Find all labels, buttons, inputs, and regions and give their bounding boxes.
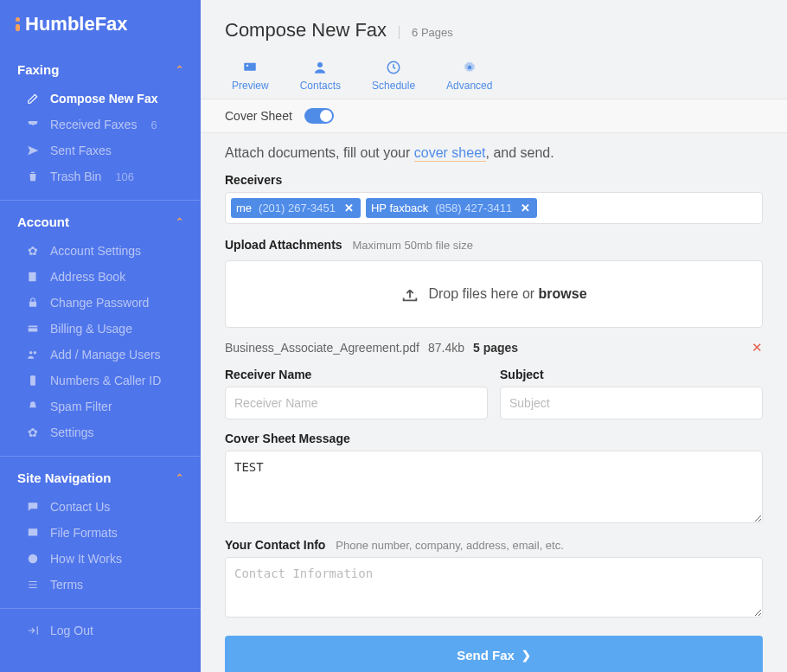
svg-point-4 [29, 351, 33, 355]
sidebar-item-address-book[interactable]: Address Book [0, 264, 201, 290]
receiver-name-input[interactable] [225, 387, 488, 419]
sidebar-item-label: Spam Filter [50, 400, 112, 413]
cover-sheet-label: Cover Sheet [225, 109, 292, 123]
subject-label: Subject [500, 368, 763, 381]
lock-icon [26, 297, 40, 309]
cover-message-textarea[interactable] [225, 451, 763, 523]
tab-schedule[interactable]: Schedule [372, 59, 415, 99]
image-icon [26, 527, 40, 539]
list-icon [26, 579, 40, 591]
browse-link[interactable]: browse [539, 286, 587, 301]
contacts-icon [312, 59, 328, 76]
sidebar-item-label: Trash Bin [50, 170, 101, 183]
tab-label: Advanced [446, 80, 492, 92]
send-fax-button[interactable]: Send Fax ❯ [225, 636, 763, 672]
main-content: Compose New Fax 6 Pages Preview Contacts… [201, 0, 787, 672]
tab-contacts[interactable]: Contacts [300, 59, 341, 99]
gear-icon [462, 59, 477, 76]
sidebar-item-logout[interactable]: Log Out [0, 618, 201, 643]
card-icon [26, 323, 40, 335]
badge: 106 [115, 170, 134, 183]
section-title: Site Navigation [17, 470, 111, 485]
svg-rect-6 [30, 375, 35, 386]
chip-remove-icon[interactable]: ✕ [519, 202, 532, 214]
inbox-icon [26, 118, 40, 131]
filter-icon [26, 400, 40, 413]
section-head-sitenav[interactable]: Site Navigation ⌃ [0, 457, 201, 494]
sidebar-item-label: Numbers & Caller ID [50, 374, 161, 387]
upload-icon [400, 285, 419, 304]
cover-sheet-row: Cover Sheet [201, 99, 787, 133]
sidebar-item-label: Sent Faxes [50, 144, 112, 157]
receivers-input[interactable]: me (201) 267-3451 ✕ HP faxback (858) 427… [225, 192, 763, 224]
tab-preview[interactable]: Preview [232, 59, 269, 99]
cover-sheet-toggle[interactable] [304, 108, 334, 124]
sidebar-item-label: Add / Manage Users [50, 348, 161, 362]
sidebar-item-spam-filter[interactable]: Spam Filter [0, 394, 201, 419]
attachment-delete-icon[interactable]: ✕ [752, 340, 763, 355]
sidebar-item-file-formats[interactable]: File Formats [0, 520, 201, 546]
sidebar-item-label: Account Settings [50, 244, 141, 258]
page-count: 6 Pages [399, 26, 453, 39]
instruction-post: , and send. [486, 145, 554, 160]
upload-label: Upload Attachments [225, 238, 342, 252]
sidebar-item-label: Compose New Fax [50, 92, 157, 106]
page-header: Compose New Fax 6 Pages [201, 0, 787, 54]
sidebar-item-terms[interactable]: Terms [0, 572, 201, 598]
phone-icon [26, 374, 40, 387]
sidebar-item-manage-users[interactable]: Add / Manage Users [0, 342, 201, 368]
receiver-chip: HP faxback (858) 427-3411 ✕ [366, 198, 537, 218]
form-content: Attach documents, fill out your cover sh… [201, 133, 787, 672]
preview-icon [240, 59, 259, 76]
instruction-text: Attach documents, fill out your cover sh… [225, 145, 763, 161]
sidebar-item-numbers[interactable]: Numbers & Caller ID [0, 368, 201, 394]
brand-name: HumbleFax [25, 13, 128, 35]
attachment-pages: 5 pages [473, 341, 518, 355]
instruction-pre: Attach documents, fill out your [225, 145, 414, 160]
subject-input[interactable] [500, 387, 763, 419]
chip-remove-icon[interactable]: ✕ [342, 202, 355, 214]
section-head-account[interactable]: Account ⌃ [0, 201, 201, 238]
upload-dropzone[interactable]: Drop files here or browse [225, 260, 763, 328]
contact-info-textarea[interactable] [225, 557, 763, 618]
sidebar-item-sent[interactable]: Sent Faxes [0, 138, 201, 163]
receivers-label: Receivers [225, 173, 763, 187]
send-label: Send Fax [457, 648, 515, 662]
contact-info-label: Your Contact Info [225, 538, 325, 552]
sidebar-item-compose[interactable]: Compose New Fax [0, 86, 201, 112]
section-head-faxing[interactable]: Faxing ⌃ [0, 48, 201, 86]
upload-hint: Maximum 50mb file size [353, 239, 473, 252]
sidebar-item-label: File Formats [50, 526, 118, 540]
receiver-chip: me (201) 267-3451 ✕ [231, 198, 361, 218]
brand-icon [16, 17, 20, 31]
sidebar-item-contact-us[interactable]: Contact Us [0, 494, 201, 520]
compose-icon [26, 93, 40, 105]
paperplane-icon [26, 144, 40, 157]
sidebar-item-label: Billing & Usage [50, 322, 132, 336]
section-title: Account [17, 214, 69, 229]
sidebar-item-label: Address Book [50, 270, 125, 284]
sidebar-item-label: Log Out [50, 624, 93, 637]
sidebar-item-account-settings[interactable]: ✿ Account Settings [0, 238, 201, 264]
sidebar-item-billing[interactable]: Billing & Usage [0, 316, 201, 342]
chat-icon [26, 501, 40, 513]
message-label: Cover Sheet Message [225, 432, 763, 445]
sidebar-item-change-password[interactable]: Change Password [0, 290, 201, 316]
attachment-size: 87.4kb [428, 341, 464, 355]
chip-number: (201) 267-3451 [259, 202, 336, 214]
sidebar-item-label: Terms [50, 578, 83, 592]
svg-rect-7 [29, 528, 38, 535]
clock-icon [386, 59, 401, 76]
cover-sheet-link[interactable]: cover sheet [414, 145, 486, 162]
sidebar-item-label: How It Works [50, 552, 122, 566]
sidebar-item-trash[interactable]: Trash Bin 106 [0, 163, 201, 189]
sidebar-item-received[interactable]: Received Faxes 6 [0, 112, 201, 138]
sidebar-item-settings[interactable]: ✿ Settings [0, 419, 201, 445]
trash-icon [26, 170, 40, 182]
brand-logo[interactable]: HumbleFax [0, 0, 201, 48]
sidebar-item-how-it-works[interactable]: How It Works [0, 546, 201, 572]
svg-point-5 [34, 351, 37, 355]
tab-advanced[interactable]: Advanced [446, 59, 492, 99]
attachment-name: Business_Associate_Agreement.pdf [225, 341, 419, 355]
help-icon [26, 553, 40, 565]
